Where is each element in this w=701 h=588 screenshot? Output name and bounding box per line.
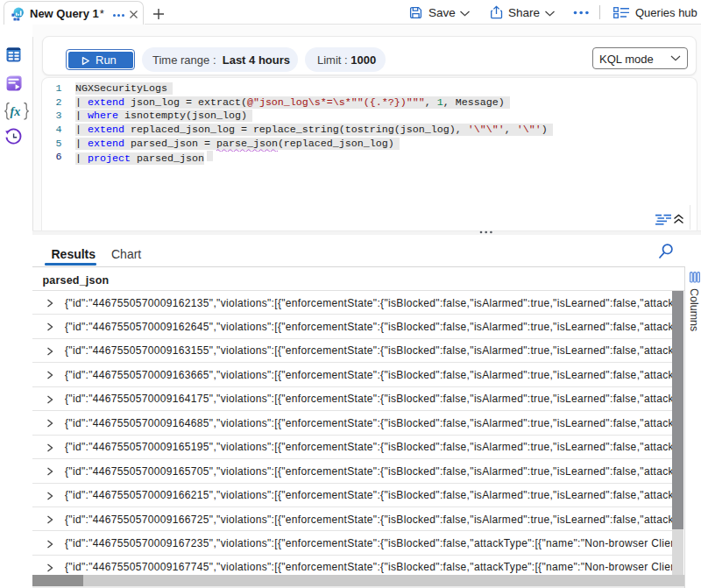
svg-text:fx: fx: [11, 105, 21, 118]
